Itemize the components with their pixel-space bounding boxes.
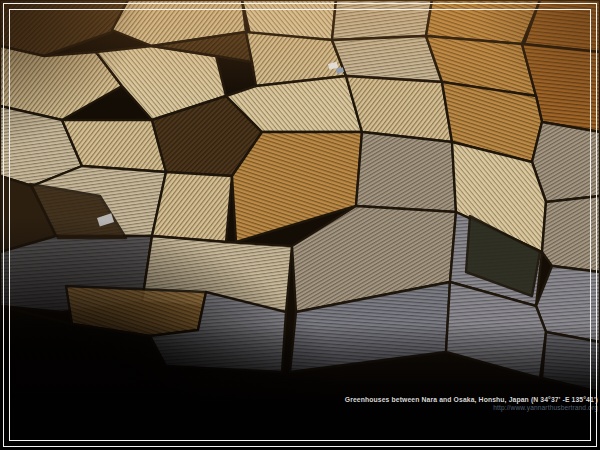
wallpaper-photo: Greenhouses between Nara and Osaka, Hons… (0, 0, 600, 450)
caption-location-text: Greenhouses between Nara and Osaka, Hons… (345, 396, 598, 404)
aerial-photo-canvas (0, 0, 600, 450)
photo-caption: Greenhouses between Nara and Osaka, Hons… (345, 396, 598, 411)
caption-website-url: http://www.yannarthusbertrand.org (345, 404, 598, 411)
